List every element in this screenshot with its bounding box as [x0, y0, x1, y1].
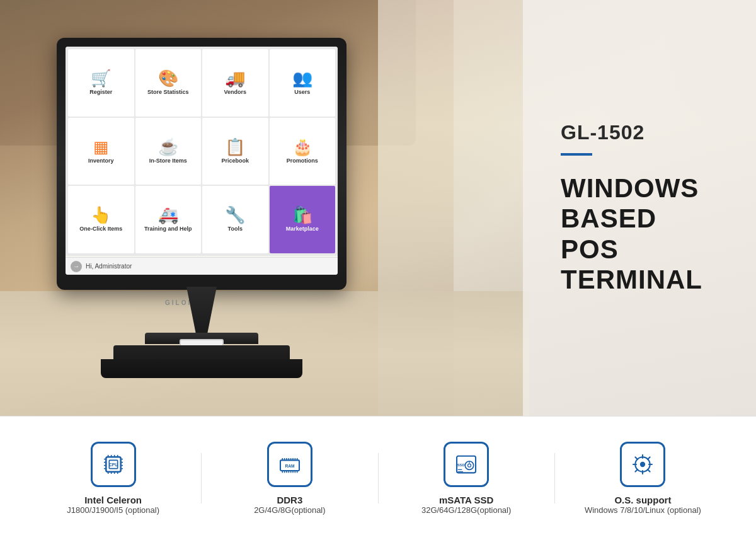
training-help-icon: 🚑 — [158, 207, 178, 223]
monitor-neck — [176, 287, 227, 337]
spec-ram: RAM DDR3 2G/4G/8G(optional) — [202, 442, 377, 515]
tools-icon: 🔧 — [225, 207, 245, 223]
product-code: GL-1502 — [561, 121, 724, 144]
user-avatar: → — [71, 261, 82, 272]
storage-name: mSATA SSD — [421, 495, 511, 505]
tile-tools-label: Tools — [228, 226, 243, 233]
os-detail: Windows 7/8/10/Linux (optional) — [585, 505, 701, 515]
tile-in-store-items-label: In-Store Items — [149, 158, 187, 164]
cpu-name: Intel Celeron — [67, 495, 159, 505]
tile-inventory-label: Inventory — [88, 158, 114, 164]
tile-register[interactable]: 🛒 Register — [68, 49, 134, 117]
tile-tools[interactable]: 🔧 Tools — [202, 186, 268, 253]
monitor-foot — [101, 359, 302, 378]
vendors-icon: 🚚 — [225, 70, 245, 86]
svg-text:RAM: RAM — [285, 464, 295, 468]
product-title-line1: WINDOWS BASED — [561, 173, 699, 233]
divider — [561, 153, 592, 156]
marketplace-icon: 🛍️ — [292, 207, 312, 223]
tile-one-click-items-label: One-Click Items — [79, 226, 122, 233]
greeting-text: Hi, Administrator — [86, 263, 132, 270]
storage-spec-text: mSATA SSD 32G/64G/128G(optional) — [421, 495, 511, 515]
os-spec-text: O.S. support Windows 7/8/10/Linux (optio… — [585, 495, 701, 515]
svg-text:CPU: CPU — [109, 462, 118, 467]
svg-point-45 — [640, 462, 645, 467]
os-name: O.S. support — [585, 495, 701, 505]
tile-training-help-label: Training and Help — [144, 226, 192, 233]
svg-line-51 — [648, 469, 650, 472]
users-icon: 👥 — [292, 70, 312, 86]
spec-os: O.S. support Windows 7/8/10/Linux (optio… — [555, 442, 731, 515]
monitor-screen: 🛒 Register 🎨 Store Statistics 🚚 Vendors … — [66, 47, 338, 275]
storage-detail: 32G/64G/128G(optional) — [421, 505, 511, 515]
screen-footer: → Hi, Administrator — [66, 257, 338, 275]
product-title: WINDOWS BASED POS TERMINAL — [561, 173, 724, 295]
svg-text:SSD: SSD — [457, 463, 465, 467]
pricebook-icon: 📋 — [225, 139, 245, 155]
tile-promotions[interactable]: 🎂 Promotions — [270, 118, 336, 185]
tile-marketplace[interactable]: 🛍️ Marketplace — [270, 186, 336, 253]
tile-register-label: Register — [89, 89, 112, 96]
svg-line-50 — [636, 457, 638, 459]
svg-line-52 — [648, 457, 650, 459]
tile-pricebook-label: Pricebook — [221, 158, 249, 164]
tile-store-statistics-label: Store Statistics — [147, 89, 189, 96]
tile-one-click-items[interactable]: 👆 One-Click Items — [68, 186, 134, 253]
store-statistics-icon: 🎨 — [158, 70, 178, 86]
cpu-spec-text: Intel Celeron J1800/J1900/I5 (optional) — [67, 495, 159, 515]
product-title-line2: POS TERMINAL — [561, 234, 702, 294]
tile-marketplace-label: Marketplace — [286, 226, 319, 233]
tile-store-statistics[interactable]: 🎨 Store Statistics — [135, 49, 202, 117]
spec-cpu: CPU Intel Celeron J1800/J19 — [25, 442, 201, 515]
tile-users[interactable]: 👥 Users — [270, 49, 336, 117]
ram-spec-text: DDR3 2G/4G/8G(optional) — [254, 495, 325, 515]
tile-vendors-label: Vendors — [224, 89, 246, 96]
tile-pricebook[interactable]: 📋 Pricebook — [202, 118, 268, 185]
tile-promotions-label: Promotions — [287, 158, 318, 164]
in-store-items-icon: ☕ — [158, 139, 178, 155]
monitor-bezel: 🛒 Register 🎨 Store Statistics 🚚 Vendors … — [57, 38, 346, 290]
tile-vendors[interactable]: 🚚 Vendors — [202, 49, 268, 117]
monitor-assembly: 🛒 Register 🎨 Store Statistics 🚚 Vendors … — [44, 38, 372, 410]
ram-detail: 2G/4G/8G(optional) — [254, 505, 325, 515]
spec-storage: SSD mSATA SSD 32G/64G/128G(optional) — [379, 442, 554, 515]
tile-inventory[interactable]: ▦ Inventory — [68, 118, 134, 185]
inventory-icon: ▦ — [93, 139, 109, 155]
product-info-panel: GL-1502 WINDOWS BASED POS TERMINAL — [523, 0, 756, 416]
app-grid: 🛒 Register 🎨 Store Statistics 🚚 Vendors … — [66, 47, 338, 256]
cpu-detail: J1800/J1900/I5 (optional) — [67, 505, 159, 515]
tile-in-store-items[interactable]: ☕ In-Store Items — [135, 118, 202, 185]
ssd-icon: SSD — [444, 442, 489, 487]
tile-training-help[interactable]: 🚑 Training and Help — [135, 186, 202, 253]
svg-point-39 — [468, 464, 471, 467]
register-icon: 🛒 — [91, 70, 111, 86]
specs-section: CPU Intel Celeron J1800/J19 — [0, 416, 756, 540]
one-click-items-icon: 👆 — [91, 207, 111, 223]
tile-users-label: Users — [294, 89, 310, 96]
ram-icon: RAM — [267, 442, 312, 487]
svg-line-53 — [636, 469, 638, 472]
os-icon — [620, 442, 665, 487]
promotions-icon: 🎂 — [292, 139, 312, 155]
ram-name: DDR3 — [254, 495, 325, 505]
cpu-icon: CPU — [91, 442, 136, 487]
